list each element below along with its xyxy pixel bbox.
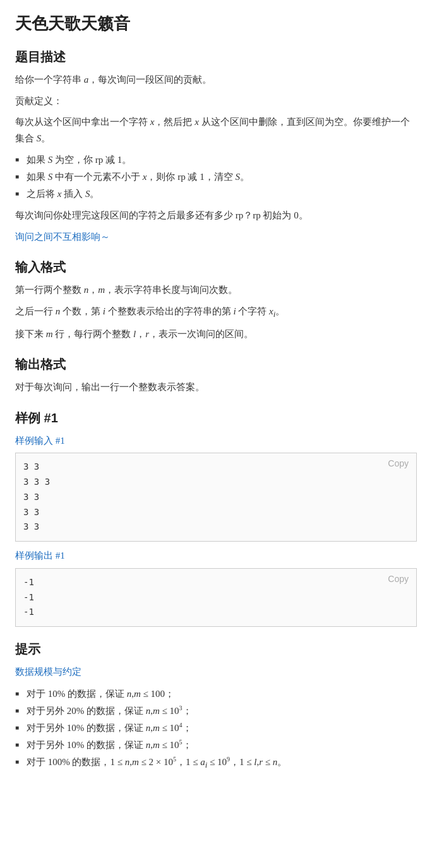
problem-para5: 询问之间不互相影响～ bbox=[15, 229, 417, 246]
hint-bullet-5: 对于 100% 的数据，1 ≤ n,m ≤ 2 × 105，1 ≤ ai ≤ 1… bbox=[15, 754, 417, 773]
sample1-output-block: Copy -1 -1 -1 bbox=[15, 568, 417, 627]
problem-bullets: 如果 S 为空，你 rp 减 1。 如果 S 中有一个元素不小于 x，则你 rp… bbox=[15, 152, 417, 203]
copy-input-button[interactable]: Copy bbox=[385, 457, 411, 470]
hints-bullets: 对于 10% 的数据，保证 n,m ≤ 100； 对于另外 20% 的数据，保证… bbox=[15, 686, 417, 773]
page-title: 天色天歌天籁音 bbox=[15, 13, 417, 35]
section-input-heading: 输入格式 bbox=[15, 259, 417, 276]
bullet-2: 如果 S 中有一个元素不小于 x，则你 rp 减 1，清空 S。 bbox=[15, 169, 417, 186]
problem-para1: 给你一个字符串 a，每次询问一段区间的贡献。 bbox=[15, 72, 417, 88]
hint-bullet-2: 对于另外 20% 的数据，保证 n,m ≤ 103； bbox=[15, 703, 417, 720]
copy-output-button[interactable]: Copy bbox=[385, 573, 411, 585]
output-para1: 对于每次询问，输出一行一个整数表示答案。 bbox=[15, 379, 417, 396]
bullet-1: 如果 S 为空，你 rp 减 1。 bbox=[15, 152, 417, 169]
sample1-input-content: 3 3 3 3 3 3 3 3 3 3 3 bbox=[23, 460, 409, 535]
problem-para2: 贡献定义： bbox=[15, 93, 417, 110]
section-problem-desc-heading: 题目描述 bbox=[15, 49, 417, 66]
section-sample1-heading: 样例 #1 bbox=[15, 410, 417, 427]
hint-bullet-1: 对于 10% 的数据，保证 n,m ≤ 100； bbox=[15, 686, 417, 703]
input-para1: 第一行两个整数 n，m，表示字符串长度与询问次数。 bbox=[15, 282, 417, 299]
sample1-input-label: 样例输入 #1 bbox=[15, 433, 417, 449]
problem-para4: 每次询问你处理完这段区间的字符之后最多还有多少 rp？rp 初始为 0。 bbox=[15, 208, 417, 224]
input-para2: 之后一行 n 个数，第 i 个整数表示给出的字符串的第 i 个字符 xi。 bbox=[15, 304, 417, 321]
hints-sublabel: 数据规模与约定 bbox=[15, 664, 417, 681]
bullet-3: 之后将 x 插入 S。 bbox=[15, 186, 417, 203]
sample1-output-content: -1 -1 -1 bbox=[23, 575, 409, 620]
section-hints-heading: 提示 bbox=[15, 641, 417, 658]
input-para3: 接下来 m 行，每行两个整数 l，r，表示一次询问的区间。 bbox=[15, 326, 417, 343]
hint-bullet-4: 对于另外 10% 的数据，保证 n,m ≤ 105； bbox=[15, 737, 417, 754]
sample1-input-block: Copy 3 3 3 3 3 3 3 3 3 3 3 bbox=[15, 453, 417, 542]
sample1-output-label: 样例输出 #1 bbox=[15, 548, 417, 564]
section-output-heading: 输出格式 bbox=[15, 356, 417, 373]
problem-para3: 每次从这个区间中拿出一个字符 x，然后把 x 从这个区间中删除，直到区间为空。你… bbox=[15, 114, 417, 146]
hint-bullet-3: 对于另外 10% 的数据，保证 n,m ≤ 104； bbox=[15, 720, 417, 737]
